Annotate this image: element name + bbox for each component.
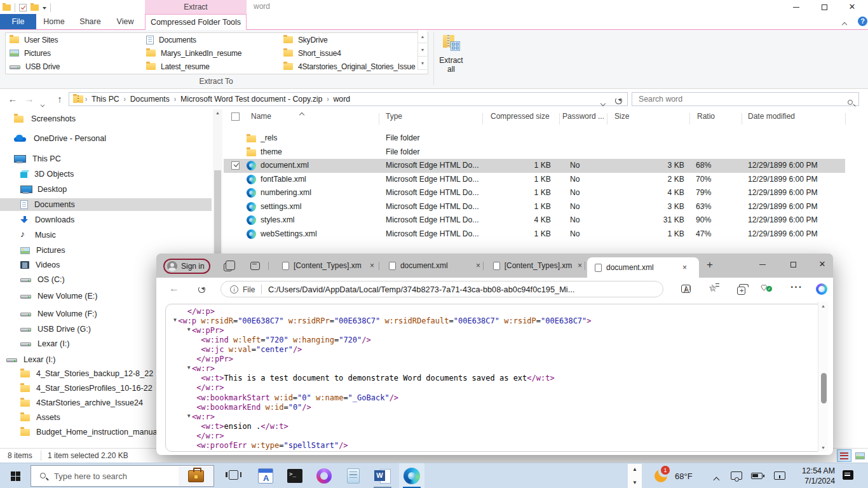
taskbar-app-word[interactable] bbox=[370, 463, 395, 488]
battery-icon[interactable] bbox=[751, 473, 763, 479]
edge-back-icon[interactable]: ← bbox=[169, 283, 179, 294]
maximize-button[interactable] bbox=[813, 0, 835, 14]
address-bar[interactable]: ›This PC›Documents›Microsoft Word Test d… bbox=[69, 92, 628, 106]
taskbar-search-box[interactable]: Type here to search bbox=[31, 465, 214, 487]
collections-icon[interactable] bbox=[737, 287, 745, 295]
taskbar-app-loop[interactable] bbox=[311, 463, 337, 488]
weather-widget[interactable]: 1 68°F bbox=[654, 466, 705, 486]
sidebar-item-onedrive-personal[interactable]: OneDrive - Personal bbox=[0, 132, 212, 145]
column-header-compressed-size[interactable]: Compressed size bbox=[491, 112, 550, 121]
close-button[interactable]: ✕ bbox=[841, 0, 863, 14]
ribbon-tab-home[interactable]: Home bbox=[38, 14, 70, 29]
edge-tab-active[interactable]: document.xml× bbox=[587, 257, 699, 278]
back-icon[interactable]: ← bbox=[5, 90, 20, 109]
show-hidden-icons-button[interactable] bbox=[714, 473, 719, 485]
folder-icon[interactable] bbox=[3, 4, 11, 11]
new-folder-icon[interactable] bbox=[31, 4, 39, 11]
customize-qat-caret[interactable] bbox=[43, 7, 46, 11]
browser-essentials-icon[interactable] bbox=[761, 281, 773, 293]
gallery-scroll-up[interactable]: ▲ bbox=[417, 30, 427, 43]
task-view-button[interactable] bbox=[224, 469, 245, 483]
column-header-password[interactable]: Password ... bbox=[562, 112, 604, 121]
taskbar-app-text-app[interactable] bbox=[253, 463, 278, 488]
edge-address-bar[interactable]: i File C:/Users/David/AppData/Local/Temp… bbox=[220, 281, 663, 297]
scroll-down-icon[interactable]: ▼ bbox=[632, 480, 637, 485]
scroll-down-icon[interactable]: ▼ bbox=[821, 445, 825, 450]
refresh-icon[interactable] bbox=[615, 95, 622, 107]
minimize-button[interactable] bbox=[785, 0, 807, 14]
edge-tab[interactable]: [Content_Types].xm× bbox=[485, 257, 582, 274]
properties-icon[interactable] bbox=[19, 4, 27, 11]
file-row[interactable]: fontTable.xmlMicrosoft Edge HTML Do...1 … bbox=[224, 173, 845, 187]
details-view-button[interactable] bbox=[837, 449, 851, 462]
close-tab-icon[interactable]: × bbox=[682, 263, 687, 272]
file-row[interactable]: styles.xmlMicrosoft Edge HTML Do...4 KBN… bbox=[224, 214, 845, 227]
extract-to-item[interactable]: USB Drive bbox=[10, 60, 142, 73]
breadcrumb-item[interactable]: word bbox=[333, 95, 350, 104]
file-row[interactable]: webSettings.xmlMicrosoft Edge HTML Do...… bbox=[224, 227, 845, 241]
sidebar-item-documents[interactable]: Documents bbox=[0, 198, 212, 211]
search-box[interactable]: Search word bbox=[632, 92, 859, 106]
collapse-ribbon-icon[interactable] bbox=[842, 22, 847, 27]
sidebar-item-screenshots[interactable]: Screenshots bbox=[0, 112, 212, 125]
sidebar-item-3d-objects[interactable]: 3D Objects bbox=[0, 168, 212, 180]
column-header-date-modified[interactable]: Date modified bbox=[748, 112, 795, 121]
column-header-type[interactable]: Type bbox=[386, 112, 402, 121]
close-tab-icon[interactable]: × bbox=[476, 261, 480, 270]
extract-all-button[interactable]: Extract all bbox=[437, 31, 465, 86]
extract-to-item[interactable]: SkyDrive bbox=[283, 33, 416, 46]
extract-to-item[interactable]: 4Starstories_Original_Stories_Issue29 bbox=[283, 60, 416, 73]
address-dropdown-icon[interactable] bbox=[601, 97, 605, 108]
sidebar-item-music[interactable]: Music bbox=[0, 229, 212, 241]
up-icon[interactable]: ↑ bbox=[52, 90, 67, 109]
ribbon-tab-file[interactable]: File bbox=[0, 14, 36, 29]
close-tab-icon[interactable]: × bbox=[578, 261, 582, 270]
settings-menu-icon[interactable] bbox=[790, 281, 803, 293]
column-header-size[interactable]: Size bbox=[614, 112, 629, 121]
cast-icon[interactable] bbox=[731, 471, 742, 480]
ribbon-tab-view[interactable]: View bbox=[109, 14, 141, 29]
edge-close-button[interactable]: ✕ bbox=[810, 254, 833, 275]
favorites-icon[interactable] bbox=[709, 281, 720, 292]
sidebar-item-downloads[interactable]: Downloads bbox=[0, 214, 212, 226]
help-icon[interactable]: ? bbox=[858, 17, 867, 26]
taskbar-app-terminal[interactable] bbox=[282, 463, 308, 488]
thumbnail-view-button[interactable] bbox=[853, 449, 867, 462]
start-button[interactable] bbox=[0, 463, 31, 488]
gallery-more[interactable]: ▼ bbox=[417, 57, 427, 70]
edge-tab[interactable]: [Content_Types].xm× bbox=[275, 257, 376, 274]
edge-tab[interactable]: document.xml× bbox=[381, 257, 480, 274]
touchpad-icon[interactable] bbox=[774, 471, 785, 480]
scroll-up-icon[interactable]: ▲ bbox=[632, 466, 637, 472]
scrollbar-thumb[interactable] bbox=[821, 373, 827, 403]
close-tab-icon[interactable]: × bbox=[370, 261, 374, 270]
row-checkbox[interactable] bbox=[231, 161, 240, 170]
breadcrumb-item[interactable]: This PC bbox=[92, 95, 119, 104]
ribbon-tab-share[interactable]: Share bbox=[72, 14, 108, 29]
extract-to-item[interactable]: User Sites bbox=[10, 33, 142, 46]
file-row[interactable]: themeFile folder bbox=[224, 146, 845, 159]
select-all-checkbox[interactable] bbox=[231, 112, 240, 121]
file-row[interactable]: numbering.xmlMicrosoft Edge HTML Do...1 … bbox=[224, 186, 845, 200]
file-row[interactable]: document.xmlMicrosoft Edge HTML Do...1 K… bbox=[224, 159, 845, 173]
clock[interactable]: 12:54 AM 7/1/2024 bbox=[790, 466, 835, 486]
ribbon-tab-compressed-folder-tools[interactable]: Compressed Folder Tools bbox=[145, 14, 247, 30]
tab-actions-icon[interactable] bbox=[250, 262, 260, 270]
column-header-name[interactable]: Name bbox=[251, 112, 271, 121]
sign-in-button[interactable]: Sign in bbox=[163, 259, 210, 274]
breadcrumb-item[interactable]: Microsoft Word Test document - Copy.zip bbox=[180, 95, 322, 104]
info-icon[interactable]: i bbox=[230, 285, 238, 294]
extract-to-item[interactable]: Short_issue4 bbox=[283, 46, 416, 60]
forward-icon[interactable]: → bbox=[22, 90, 37, 109]
scroll-up-icon[interactable]: ▲ bbox=[821, 304, 825, 308]
sidebar-item-desktop[interactable]: Desktop bbox=[0, 183, 212, 196]
taskbar-app-notes[interactable] bbox=[341, 463, 366, 488]
recent-locations-caret[interactable] bbox=[41, 98, 44, 109]
search-icon[interactable] bbox=[848, 96, 853, 107]
extract-to-item[interactable]: Pictures bbox=[10, 46, 142, 60]
edge-maximize-button[interactable] bbox=[780, 254, 806, 275]
edge-refresh-icon[interactable] bbox=[198, 284, 205, 295]
column-header-ratio[interactable]: Ratio bbox=[697, 112, 715, 121]
gallery-scroll-down[interactable]: ▼ bbox=[417, 43, 427, 57]
new-tab-icon[interactable]: + bbox=[707, 259, 713, 271]
